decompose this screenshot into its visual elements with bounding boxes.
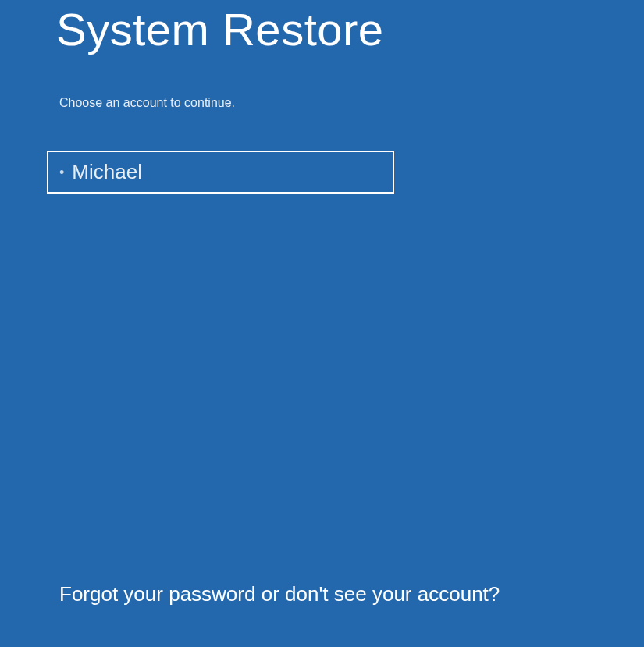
- account-name-label: Michael: [72, 160, 142, 184]
- forgot-password-link[interactable]: Forgot your password or don't see your a…: [59, 582, 500, 606]
- bullet-icon: •: [59, 165, 64, 180]
- account-item-michael[interactable]: • Michael: [47, 151, 394, 194]
- instruction-text: Choose an account to continue.: [59, 96, 644, 110]
- account-list: • Michael: [47, 151, 644, 194]
- page-title: System Restore: [56, 3, 644, 55]
